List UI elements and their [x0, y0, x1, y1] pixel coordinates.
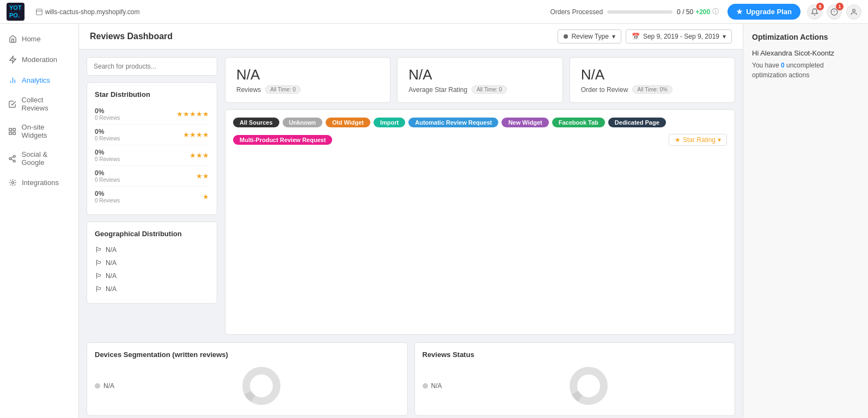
order-to-review-value: N/A [581, 66, 724, 83]
star-row-3: 0% 0 Reviews ★★★ [95, 145, 209, 166]
order-to-review-stat-card: N/A Order to Review All Time: 0% [570, 57, 735, 103]
left-panel: Star Distribution 0% 0 Reviews ★★★★★ 0% … [87, 57, 217, 335]
filter-chart-card: All Sources Unknown Old Widget Import Au… [225, 109, 735, 335]
tag-facebook-tab[interactable]: Facebook Tab [552, 118, 605, 127]
notification-badge-1: 8 [816, 3, 824, 10]
devices-donut-row: N/A [95, 364, 400, 408]
devices-segmentation-card: Devices Segmentation (written reviews) N… [87, 342, 408, 416]
sidebar-moderation-label: Moderation [22, 56, 57, 64]
sidebar-analytics-label: Analytics [22, 76, 50, 84]
sidebar-integrations-label: Integrations [22, 179, 59, 187]
chevron-down-icon-date: ▾ [723, 33, 726, 40]
bottom-row: Devices Segmentation (written reviews) N… [79, 342, 743, 418]
sidebar-item-widgets[interactable]: On-site Widgets [0, 118, 78, 145]
star-icon-btn: ★ [675, 136, 681, 144]
geo-distribution-title: Geographical Distribution [95, 230, 209, 238]
search-box [87, 57, 217, 76]
notification-badge-2: 1 [836, 3, 843, 10]
svg-point-4 [853, 9, 855, 11]
geo-distribution-card: Geographical Distribution 🏳 N/A 🏳 N/A 🏳 … [87, 222, 217, 304]
order-to-review-label-row: Order to Review All Time: 0% [581, 85, 724, 94]
svg-marker-5 [9, 56, 15, 63]
tag-multi-product[interactable]: Multi-Product Review Request [233, 135, 332, 145]
analytics-icon [8, 75, 17, 85]
header-controls: Review Type ▾ 📅 Sep 9, 2019 - Sep 9, 201… [558, 29, 732, 44]
reviews-status-dot [423, 383, 428, 389]
content-area: Reviews Dashboard Review Type ▾ 📅 Sep 9,… [79, 24, 743, 418]
tag-import[interactable]: Import [374, 118, 405, 127]
reviews-badge: All Time: 0 [265, 85, 301, 94]
star-row-2: 0% 0 Reviews ★★ [95, 166, 209, 187]
svg-point-18 [11, 181, 14, 183]
moderation-icon [8, 54, 17, 64]
sidebar-item-moderation[interactable]: Moderation [0, 49, 78, 70]
notifications-button[interactable]: 8 [807, 4, 822, 20]
page-title: Reviews Dashboard [90, 32, 558, 41]
logo: YOTPO. [7, 3, 25, 20]
chevron-down-icon: ▾ [612, 33, 615, 40]
svg-line-17 [11, 157, 14, 158]
avg-star-badge: All Time: 0 [472, 85, 507, 94]
social-icon [8, 153, 17, 163]
tag-unknown[interactable]: Unknown [283, 118, 323, 127]
topbar-icons: 8 1 [807, 4, 861, 20]
svg-point-14 [9, 157, 11, 159]
avg-star-label-row: Average Star Rating All Time: 0 [408, 85, 551, 94]
tag-old-widget[interactable]: Old Widget [326, 118, 370, 127]
svg-point-13 [14, 155, 16, 157]
tag-auto-review[interactable]: Automatic Review Request [408, 118, 498, 127]
svg-rect-0 [36, 9, 42, 15]
reviews-status-title: Reviews Status [423, 351, 728, 359]
tag-new-widget[interactable]: New Widget [502, 118, 548, 127]
sidebar-item-integrations[interactable]: Integrations [0, 172, 78, 193]
sidebar-home-label: Home [22, 35, 41, 43]
reviews-stat-card: N/A Reviews All Time: 0 [225, 57, 390, 103]
home-icon [8, 34, 17, 44]
calendar-icon: 📅 [632, 33, 640, 40]
reviews-status-card: Reviews Status N/A [414, 342, 736, 416]
orders-info-icon[interactable]: ⓘ [712, 7, 719, 16]
sidebar-item-social[interactable]: Social & Google [0, 145, 78, 172]
sidebar-social-label: Social & Google [21, 150, 71, 167]
date-range-dropdown[interactable]: 📅 Sep 9, 2019 - Sep 9, 2019 ▾ [626, 29, 732, 44]
sidebar-item-analytics[interactable]: Analytics [0, 70, 78, 90]
geo-row-4: 🏳 N/A [95, 282, 209, 296]
page-header: Reviews Dashboard Review Type ▾ 📅 Sep 9,… [79, 24, 743, 50]
svg-rect-10 [13, 128, 15, 130]
geo-row-3: 🏳 N/A [95, 269, 209, 282]
main-layout: Home Moderation Analytics Collect Review… [0, 24, 868, 418]
optimization-greeting: Hi Alexandra Sicot-Koontz [752, 49, 859, 57]
orders-processed: Orders Processed 0 / 50 +200 ⓘ [550, 7, 719, 16]
sidebar: Home Moderation Analytics Collect Review… [0, 24, 79, 418]
star-rating-button[interactable]: ★ Star Rating ▾ [669, 134, 727, 146]
tag-dedicated-page[interactable]: Dedicated Page [608, 118, 666, 127]
optimization-count: 0 [781, 62, 785, 69]
star-row-4: 0% 0 Reviews ★★★★ [95, 125, 209, 145]
svg-rect-9 [9, 128, 11, 130]
search-input[interactable] [87, 58, 217, 75]
tag-all-sources[interactable]: All Sources [233, 118, 279, 127]
user-profile-button[interactable] [846, 4, 861, 20]
order-to-review-badge: All Time: 0% [632, 85, 673, 94]
review-type-dropdown[interactable]: Review Type ▾ [558, 29, 621, 44]
star-row-1: 0% 0 Reviews ★ [95, 187, 209, 207]
optimization-title: Optimization Actions [752, 33, 859, 41]
alerts-button[interactable]: 1 [827, 4, 842, 20]
dashboard-body: Star Distribution 0% 0 Reviews ★★★★★ 0% … [79, 50, 743, 342]
reviews-status-donut-chart [567, 364, 610, 408]
sidebar-collect-label: Collect Reviews [22, 96, 71, 112]
integrations-icon [8, 177, 17, 187]
store-url: wills-cactus-shop.myshopify.com [35, 8, 140, 16]
devices-dot [95, 383, 100, 389]
chart-area [233, 152, 727, 327]
upgrade-plan-button[interactable]: ★ Upgrade Plan [728, 4, 800, 20]
sidebar-item-home[interactable]: Home [0, 28, 78, 49]
sidebar-item-collect[interactable]: Collect Reviews [0, 90, 78, 118]
avg-star-stat-card: N/A Average Star Rating All Time: 0 [397, 57, 563, 103]
collect-icon [8, 99, 17, 109]
svg-rect-11 [13, 132, 15, 134]
star-distribution-card: Star Distribution 0% 0 Reviews ★★★★★ 0% … [87, 82, 217, 215]
review-type-dot [564, 34, 568, 39]
optimization-message: You have 0 uncompleted optimization acti… [752, 60, 859, 80]
orders-bonus: +200 [695, 8, 710, 16]
